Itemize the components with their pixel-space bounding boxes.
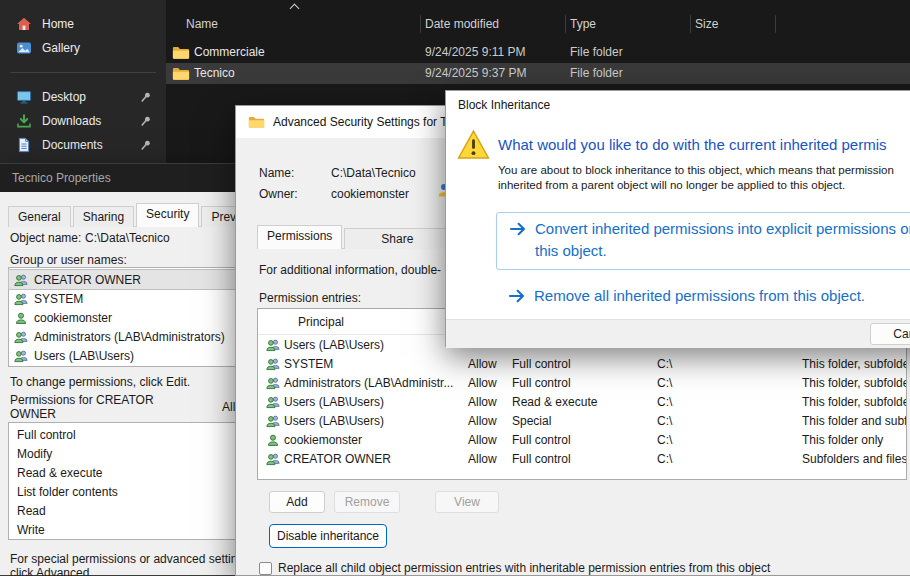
command-link-text: Convert inherited permissions into expli… bbox=[535, 218, 910, 240]
entry-principal: cookiemonster bbox=[284, 433, 468, 447]
advanced-note: For special permissions or advanced sett… bbox=[10, 552, 253, 566]
user-icon bbox=[14, 311, 28, 325]
group-icon bbox=[266, 338, 284, 352]
group-name: CREATOR OWNER bbox=[34, 273, 141, 287]
entry-access: Special bbox=[512, 414, 657, 428]
group-icon bbox=[266, 414, 284, 428]
permission-label: Read & execute bbox=[17, 466, 102, 480]
user-icon bbox=[266, 433, 284, 447]
gallery-icon bbox=[16, 40, 32, 56]
group-user-names-label: Group or user names: bbox=[10, 253, 127, 267]
warning-icon bbox=[457, 129, 490, 160]
dialog-title: Tecnico Properties bbox=[12, 171, 111, 185]
column-divider[interactable] bbox=[690, 15, 691, 33]
entry-applies-to: This folder only bbox=[802, 433, 906, 447]
sidebar-item-gallery[interactable]: Gallery bbox=[4, 36, 162, 60]
entry-inherited-from: C:\ bbox=[657, 357, 802, 371]
column-divider[interactable] bbox=[420, 15, 421, 33]
sidebar-item-home[interactable]: Home bbox=[4, 12, 162, 36]
column-divider[interactable] bbox=[775, 15, 776, 33]
entry-applies-to: Subfolders and files ... bbox=[802, 452, 907, 466]
folder-icon bbox=[172, 45, 190, 60]
disable-inheritance-button[interactable]: Disable inheritance bbox=[269, 524, 387, 548]
column-divider[interactable] bbox=[565, 15, 566, 33]
pin-icon bbox=[140, 91, 152, 103]
block-dialog-titlebar[interactable]: Block Inheritance bbox=[446, 91, 910, 119]
dialog-title: Advanced Security Settings for Te bbox=[273, 115, 453, 129]
column-header-type[interactable]: Type bbox=[570, 12, 596, 36]
group-name: SYSTEM bbox=[34, 292, 83, 306]
group-icon bbox=[14, 292, 28, 306]
tab-permissions[interactable]: Permissions bbox=[257, 225, 342, 249]
entry-access: Full control bbox=[512, 376, 657, 390]
group-icon bbox=[14, 349, 28, 363]
sidebar-item-label: Home bbox=[42, 17, 74, 31]
block-dialog-footer: Cancel bbox=[446, 319, 910, 348]
pin-icon bbox=[140, 139, 152, 151]
group-icon bbox=[266, 357, 284, 371]
command-link-text: this object. bbox=[535, 240, 607, 262]
entry-access: Full control bbox=[512, 357, 657, 371]
column-header-name[interactable]: Name bbox=[186, 12, 218, 36]
column-header-size[interactable]: Size bbox=[695, 12, 718, 36]
owner-value: cookiemonster bbox=[331, 187, 409, 201]
entry-inherited-from: C:\ bbox=[657, 414, 802, 428]
entry-type: Allow bbox=[468, 395, 512, 409]
group-name: cookiemonster bbox=[34, 311, 112, 325]
permission-entry-row[interactable]: CREATOR OWNER Allow Full control C:\ Sub… bbox=[258, 449, 906, 468]
replace-permissions-checkbox[interactable] bbox=[259, 562, 272, 575]
tab-security[interactable]: Security bbox=[136, 203, 199, 227]
permission-entry-row[interactable]: Administrators (LAB\Administr... Allow F… bbox=[258, 373, 906, 392]
permission-label: List folder contents bbox=[17, 485, 118, 499]
permission-entries-label: Permission entries: bbox=[259, 291, 361, 305]
sidebar-item-documents[interactable]: Documents bbox=[4, 133, 162, 157]
sidebar-item-label: Downloads bbox=[42, 114, 101, 128]
add-button[interactable]: Add bbox=[269, 491, 325, 513]
group-name: Administrators (LAB\Administrators) bbox=[34, 330, 225, 344]
view-button[interactable]: View bbox=[435, 491, 499, 513]
tab-sharing[interactable]: Sharing bbox=[73, 206, 134, 227]
entry-access: Full control bbox=[512, 433, 657, 447]
permissions-for-label: OWNER bbox=[10, 407, 56, 421]
name-label: Name: bbox=[259, 166, 294, 180]
remove-button[interactable]: Remove bbox=[334, 491, 400, 513]
block-dialog-body: inherited from a parent object will no l… bbox=[498, 178, 845, 192]
file-row-commerciale[interactable]: Commerciale 9/24/2025 9:11 PM File folde… bbox=[166, 42, 910, 63]
sidebar-item-label: Documents bbox=[42, 138, 103, 152]
folder-icon bbox=[172, 66, 190, 81]
home-icon bbox=[16, 16, 32, 32]
file-name: Tecnico bbox=[194, 63, 235, 84]
name-value: C:\Data\Tecnico bbox=[331, 166, 416, 180]
file-name: Commerciale bbox=[194, 42, 265, 63]
permission-entry-row[interactable]: cookiemonster Allow Full control C:\ Thi… bbox=[258, 430, 906, 449]
block-dialog-heading: What would you like to do with the curre… bbox=[498, 135, 887, 155]
edit-note: To change permissions, click Edit. bbox=[10, 375, 190, 389]
permission-entry-row[interactable]: Users (LAB\Users) Allow Special C:\ This… bbox=[258, 411, 906, 430]
documents-icon bbox=[16, 137, 32, 153]
entry-type: Allow bbox=[468, 452, 512, 466]
cancel-button[interactable]: Cancel bbox=[870, 323, 910, 345]
sidebar-item-desktop[interactable]: Desktop bbox=[4, 85, 162, 109]
file-row-tecnico[interactable]: Tecnico 9/24/2025 9:37 PM File folder bbox=[166, 63, 910, 84]
block-inheritance-dialog: Block Inheritance What would you like to… bbox=[445, 90, 910, 347]
column-header-date-modified[interactable]: Date modified bbox=[425, 12, 499, 36]
permission-entry-row[interactable]: SYSTEM Allow Full control C:\ This folde… bbox=[258, 354, 906, 373]
sidebar-item-label: Desktop bbox=[42, 90, 86, 104]
pin-icon bbox=[140, 115, 152, 127]
entry-principal: Users (LAB\Users) bbox=[284, 414, 468, 428]
group-icon bbox=[266, 376, 284, 390]
remove-permissions-command-link[interactable]: Remove all inherited permissions from th… bbox=[496, 283, 910, 309]
entry-type: Allow bbox=[468, 376, 512, 390]
sidebar-item-downloads[interactable]: Downloads bbox=[4, 109, 162, 133]
entry-inherited-from: C:\ bbox=[657, 452, 802, 466]
tab-general[interactable]: General bbox=[8, 206, 71, 227]
file-type: File folder bbox=[570, 63, 623, 84]
entry-principal: Users (LAB\Users) bbox=[284, 395, 468, 409]
permissions-for-label: Permissions for CREATOR bbox=[10, 393, 154, 407]
tab-share[interactable]: Share bbox=[344, 228, 450, 249]
entry-applies-to: This folder and subf... bbox=[802, 414, 907, 428]
permission-entry-row[interactable]: Users (LAB\Users) Allow Read & execute C… bbox=[258, 392, 906, 411]
convert-permissions-command-link[interactable]: Convert inherited permissions into expli… bbox=[496, 212, 910, 270]
desktop-icon bbox=[16, 89, 32, 105]
permission-label: Full control bbox=[17, 428, 76, 442]
